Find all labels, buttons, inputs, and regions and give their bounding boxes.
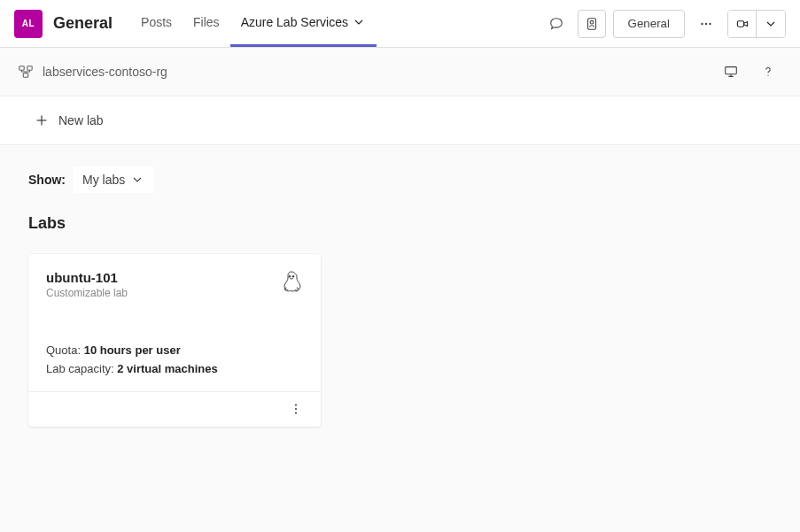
breadcrumb-row: labservices-contoso-rg [0,48,800,96]
svg-point-15 [295,404,297,405]
lab-more-button[interactable] [282,395,310,423]
tab-azure-lab-services[interactable]: Azure Lab Services [230,0,377,47]
svg-point-1 [590,20,594,24]
filter-selected-value: My labs [82,173,125,187]
monitor-icon [723,64,739,80]
tab-label: Files [193,15,220,29]
filter-row: Show: My labs [28,166,772,193]
lab-capacity-value: 2 virtual machines [117,362,217,375]
filter-select[interactable]: My labs [73,166,154,193]
svg-rect-8 [23,73,27,78]
section-title: Labs [28,214,772,233]
plus-icon [34,112,50,128]
button-label: New lab [58,113,104,127]
svg-point-4 [709,22,711,24]
chevron-down-icon [352,15,366,29]
header-actions: General [542,10,786,38]
svg-point-16 [295,408,297,410]
labs-grid: ubuntu-101 Customizable lab [28,254,772,427]
svg-rect-6 [19,66,24,71]
svg-point-3 [705,22,707,24]
content-area: Show: My labs Labs ubuntu-101 Customizab… [0,145,800,532]
button-label: General [628,17,670,30]
tab-label: Posts [141,15,172,29]
more-vertical-icon [289,402,303,416]
meet-split-button [727,10,786,38]
clipboard-user-icon [584,16,600,32]
lab-card[interactable]: ubuntu-101 Customizable lab [28,254,321,427]
new-lab-button[interactable]: New lab [25,105,113,135]
lab-card-footer [28,391,321,427]
svg-point-2 [701,22,703,24]
svg-point-13 [289,275,291,277]
chevron-down-icon [130,173,144,187]
team-avatar[interactable]: AL [14,10,43,38]
svg-point-10 [767,74,768,75]
meet-button[interactable] [728,11,757,37]
chat-icon [548,16,564,32]
lab-card-body: ubuntu-101 Customizable lab [28,254,321,391]
lab-toolbar: New lab [0,96,800,145]
chevron-down-icon [764,17,778,31]
linux-icon [280,270,303,297]
resource-group-icon [18,64,34,80]
tab-strip: Posts Files Azure Lab Services [130,0,377,47]
svg-point-14 [292,275,294,277]
resource-group-name: labservices-contoso-rg [43,65,167,79]
svg-rect-7 [27,66,32,71]
meet-dropdown[interactable] [757,11,785,37]
more-button[interactable] [692,10,720,38]
lab-meta: Quota: 10 hours per user Lab capacity: 2… [46,342,303,379]
video-icon [735,17,750,31]
open-general-button[interactable]: General [613,10,685,38]
more-icon [698,16,714,32]
app-frame: AL General Posts Files Azure Lab Service… [0,0,800,532]
app-details-button[interactable] [578,10,606,38]
svg-rect-5 [737,20,743,26]
tab-files[interactable]: Files [183,0,230,47]
tab-label: Azure Lab Services [241,15,348,29]
help-button[interactable] [754,58,782,86]
channel-title: General [53,14,113,33]
lab-quota-row: Quota: 10 hours per user [46,342,303,360]
svg-point-17 [295,412,297,413]
lab-capacity-row: Lab capacity: 2 virtual machines [46,360,303,379]
tab-posts[interactable]: Posts [130,0,183,47]
svg-rect-9 [726,67,737,74]
lab-quota-label: Quota: [46,343,81,357]
lab-name: ubuntu-101 [46,270,128,285]
channel-header: AL General Posts Files Azure Lab Service… [0,0,800,48]
screen-button[interactable] [717,58,745,86]
filter-label: Show: [28,173,66,187]
conversation-button[interactable] [542,10,571,38]
lab-capacity-label: Lab capacity: [46,362,114,375]
lab-quota-value: 10 hours per user [84,343,181,357]
help-icon [760,64,776,80]
lab-subtitle: Customizable lab [46,287,128,299]
